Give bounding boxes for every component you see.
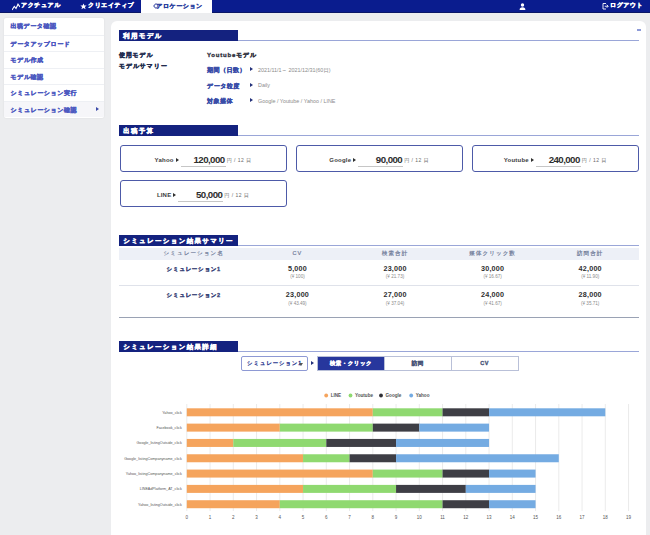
svg-text:19: 19 xyxy=(626,515,632,520)
svg-text:Google_listingCompanyname_clic: Google_listingCompanyname_click xyxy=(124,457,182,461)
svg-text:LINEAdPlatform_AT_click: LINEAdPlatform_AT_click xyxy=(140,487,182,491)
svg-text:15: 15 xyxy=(533,515,539,520)
svg-text:1: 1 xyxy=(209,515,212,520)
svg-text:16: 16 xyxy=(556,515,562,520)
svg-text:11: 11 xyxy=(440,515,445,520)
svg-text:4: 4 xyxy=(279,515,282,520)
svg-text:5: 5 xyxy=(302,515,305,520)
svg-text:6: 6 xyxy=(325,515,328,520)
svg-text:12: 12 xyxy=(463,515,469,520)
svg-text:3: 3 xyxy=(255,515,258,520)
svg-text:10: 10 xyxy=(417,515,423,520)
svg-text:Google_listingOutside_click: Google_listingOutside_click xyxy=(136,441,181,445)
svg-text:0: 0 xyxy=(186,515,189,520)
svg-text:Yahoo: Yahoo xyxy=(416,393,430,398)
svg-text:17: 17 xyxy=(580,515,586,520)
svg-text:8: 8 xyxy=(372,515,375,520)
svg-text:Yahoo_listingCompanyname_click: Yahoo_listingCompanyname_click xyxy=(126,472,182,476)
svg-text:18: 18 xyxy=(603,515,609,520)
svg-text:Google: Google xyxy=(386,393,402,398)
svg-text:13: 13 xyxy=(487,515,493,520)
svg-text:Youtube: Youtube xyxy=(355,393,373,398)
svg-text:9: 9 xyxy=(395,515,398,520)
svg-text:7: 7 xyxy=(348,515,351,520)
svg-text:2: 2 xyxy=(232,515,235,520)
svg-text:Facebook_click: Facebook_click xyxy=(156,426,182,430)
svg-text:Yahoo_listingOutside_click: Yahoo_listingOutside_click xyxy=(138,503,182,507)
svg-text:LINE: LINE xyxy=(331,393,341,398)
svg-text:14: 14 xyxy=(510,515,516,520)
svg-text:Yahoo_click: Yahoo_click xyxy=(162,411,182,415)
